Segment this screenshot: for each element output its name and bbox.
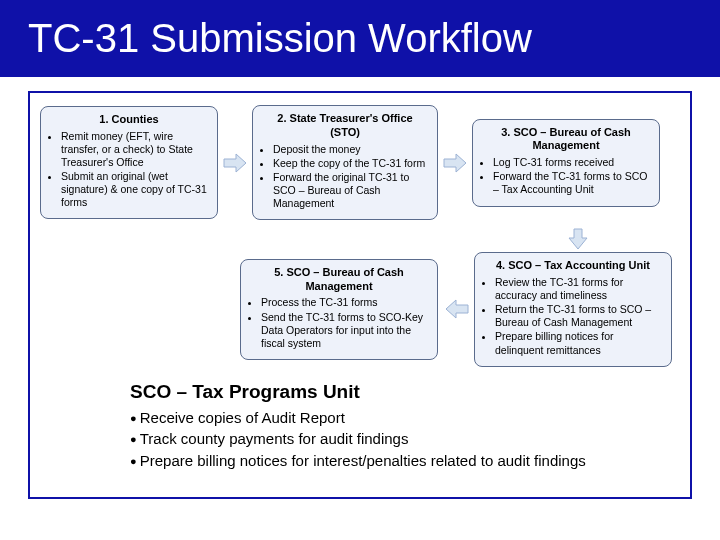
arrow-right-icon xyxy=(222,150,248,176)
step-title: 1. Counties xyxy=(49,113,209,127)
step-2-sto: 2. State Treasurer's Office (STO) Deposi… xyxy=(252,105,438,220)
step-items: Remit money (EFT, wire transfer, or a ch… xyxy=(49,130,209,210)
step-items: Process the TC-31 forms Send the TC-31 f… xyxy=(249,296,429,350)
arrow-left-icon xyxy=(442,296,470,322)
step-5-sco-bcm: 5. SCO – Bureau of Cash Management Proce… xyxy=(240,259,438,360)
workflow-row-1: 1. Counties Remit money (EFT, wire trans… xyxy=(40,105,680,220)
step-item: Submit an original (wet signature) & one… xyxy=(61,170,209,209)
footer-item: Prepare billing notices for interest/pen… xyxy=(130,450,680,472)
step-item: Review the TC-31 forms for accuracy and … xyxy=(495,276,663,302)
step-item: Send the TC-31 forms to SCO-Key Data Ope… xyxy=(261,311,429,350)
step-item: Deposit the money xyxy=(273,143,429,156)
step-item: Process the TC-31 forms xyxy=(261,296,429,309)
step-item: Log TC-31 forms received xyxy=(493,156,651,169)
footer-item: Track county payments for audit findings xyxy=(130,428,680,450)
step-item: Forward the TC-31 forms to SCO – Tax Acc… xyxy=(493,170,651,196)
workflow-row-2: 5. SCO – Bureau of Cash Management Proce… xyxy=(40,252,680,367)
workflow-frame: 1. Counties Remit money (EFT, wire trans… xyxy=(28,91,692,499)
step-title: 3. SCO – Bureau of Cash Management xyxy=(481,126,651,154)
arrow-down-icon xyxy=(565,228,591,250)
step-item: Forward the original TC-31 to SCO – Bure… xyxy=(273,171,429,210)
arrow-down-wrap xyxy=(484,226,672,252)
footer-list: Receive copies of Audit Report Track cou… xyxy=(130,407,680,472)
step-item: Keep the copy of the TC-31 form xyxy=(273,157,429,170)
step-items: Log TC-31 forms received Forward the TC-… xyxy=(481,156,651,196)
footer-item: Receive copies of Audit Report xyxy=(130,407,680,429)
step-title: 4. SCO – Tax Accounting Unit xyxy=(483,259,663,273)
step-items: Review the TC-31 forms for accuracy and … xyxy=(483,276,663,357)
arrow-right-icon xyxy=(442,150,468,176)
step-3-sco-bcm: 3. SCO – Bureau of Cash Management Log T… xyxy=(472,119,660,207)
step-items: Deposit the money Keep the copy of the T… xyxy=(261,143,429,211)
footer-section: SCO – Tax Programs Unit Receive copies o… xyxy=(130,381,680,472)
step-item: Prepare billing notices for delinquent r… xyxy=(495,330,663,356)
page-title: TC-31 Submission Workflow xyxy=(0,0,720,77)
footer-title: SCO – Tax Programs Unit xyxy=(130,381,680,403)
step-title: 5. SCO – Bureau of Cash Management xyxy=(249,266,429,294)
step-1-counties: 1. Counties Remit money (EFT, wire trans… xyxy=(40,106,218,220)
step-title: 2. State Treasurer's Office (STO) xyxy=(261,112,429,140)
step-item: Remit money (EFT, wire transfer, or a ch… xyxy=(61,130,209,169)
step-item: Return the TC-31 forms to SCO – Bureau o… xyxy=(495,303,663,329)
step-4-sco-tau: 4. SCO – Tax Accounting Unit Review the … xyxy=(474,252,672,367)
